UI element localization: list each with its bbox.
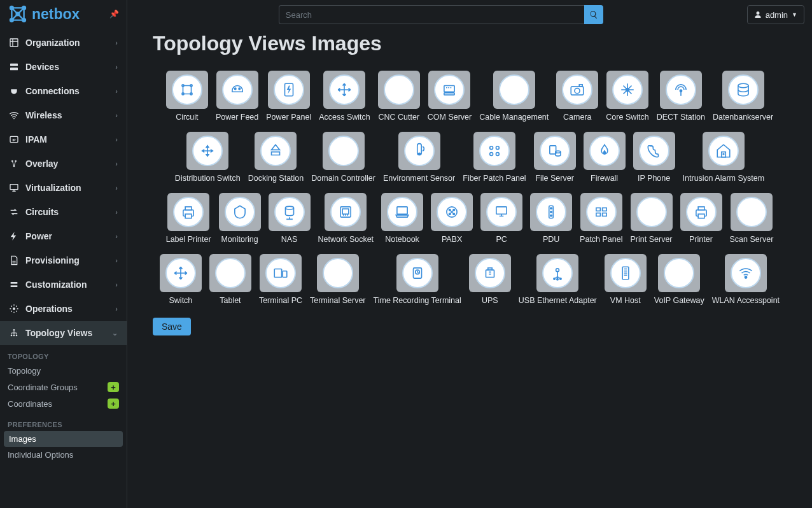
sidebar-item-customization[interactable]: Customization›	[0, 272, 127, 297]
tile-cnc-cutter[interactable]: CNC Cutter	[374, 71, 424, 122]
tile-wlan-accesspoint[interactable]: WLAN Accesspoint	[708, 254, 783, 305]
svg-point-40	[490, 152, 493, 155]
tile-com-server[interactable]: COM Server	[424, 71, 475, 122]
tile-cable-management[interactable]: Cable Management	[475, 71, 552, 122]
add-button[interactable]: +	[108, 382, 119, 392]
tile-intrusion-alarm-system[interactable]: Intrusion Alarm System	[679, 132, 769, 183]
tile-core-switch[interactable]: Core Switch	[602, 71, 652, 122]
sidebar-item-organization[interactable]: Organization›	[0, 31, 127, 55]
tile-datenbankserver[interactable]: Datenbankserver	[709, 71, 777, 122]
tile-pdu[interactable]: PDU	[526, 193, 576, 244]
tile-image	[325, 193, 367, 231]
sub-item-coordinates[interactable]: Coordinates+	[0, 395, 127, 412]
tile-environment-sensor[interactable]: Environment Sensor	[379, 132, 459, 183]
tile-firewall[interactable]: Firewall	[580, 132, 629, 183]
tile-domain-controller[interactable]: Domain Controller	[307, 132, 379, 183]
tile-image	[534, 132, 576, 170]
sidebar-item-overlay[interactable]: Overlay›	[0, 152, 127, 176]
tile-image	[255, 132, 297, 170]
tile-image	[431, 193, 473, 231]
tile-power-panel[interactable]: Power Panel	[262, 71, 315, 122]
device-icon	[192, 136, 223, 166]
tile-image	[167, 193, 209, 231]
logo[interactable]: netbox	[8, 4, 80, 24]
tile-pc[interactable]: PC	[477, 193, 526, 244]
pin-icon[interactable]: 📌	[109, 10, 119, 18]
device-icon	[173, 197, 204, 227]
sidebar-item-devices[interactable]: Devices›	[0, 55, 127, 79]
tile-label: Time Recording Terminal	[374, 296, 461, 305]
device-icon	[536, 197, 566, 227]
tile-usb-ethernet-adapter[interactable]: USB Ethernet Adapter	[515, 254, 601, 305]
tile-notebook[interactable]: Notebook	[377, 193, 427, 244]
tile-network-socket[interactable]: Network Socket	[314, 193, 378, 244]
search-icon	[589, 10, 598, 19]
sub-item-individual-options[interactable]: Individual Options	[0, 447, 127, 463]
tile-label: Terminal PC	[259, 296, 302, 305]
tile-label: PABX	[442, 235, 462, 244]
tile-circuit[interactable]: Circuit	[162, 71, 212, 122]
sidebar-item-power[interactable]: Power›	[0, 224, 127, 248]
tile-vm-host[interactable]: VM Host	[601, 254, 650, 305]
tile-time-recording-terminal[interactable]: Time Recording Terminal	[370, 254, 465, 305]
sidebar-item-topology-views[interactable]: Topology Views⌄	[0, 321, 127, 345]
tile-tablet[interactable]: Tablet	[206, 254, 255, 305]
preferences-items: ImagesIndividual Options	[0, 431, 127, 463]
sidebar-item-operations[interactable]: Operations›	[0, 297, 127, 321]
tile-patch-panel[interactable]: Patch Panel	[576, 193, 626, 244]
sub-item-topology[interactable]: Topology	[0, 363, 127, 379]
tile-label-printer[interactable]: Label Printer	[162, 193, 215, 244]
tile-fiber-patch-panel[interactable]: Fiber Patch Panel	[459, 132, 529, 183]
sidebar-item-connections[interactable]: Connections›	[0, 79, 127, 103]
device-icon	[274, 197, 305, 227]
tile-terminal-server[interactable]: Terminal Server	[306, 254, 370, 305]
tile-power-feed[interactable]: Power Feed	[212, 71, 262, 122]
swap-icon	[9, 207, 19, 217]
sidebar-item-wireless[interactable]: Wireless›	[0, 103, 127, 127]
tile-nas[interactable]: NAS	[265, 193, 314, 244]
chevron-right-icon: ›	[115, 111, 118, 119]
save-button[interactable]: Save	[153, 318, 191, 335]
tile-scan-server[interactable]: Scan Server	[726, 193, 778, 244]
svg-rect-65	[602, 208, 606, 211]
sub-item-images[interactable]: Images	[4, 431, 123, 447]
tile-ups[interactable]: UPS	[465, 254, 515, 305]
tile-voip-gateway[interactable]: VoIP Gateway	[650, 254, 708, 305]
add-button[interactable]: +	[108, 399, 119, 409]
tile-terminal-pc[interactable]: Terminal PC	[255, 254, 306, 305]
sidebar-item-ipam[interactable]: IPIPAM›	[0, 127, 127, 152]
svg-rect-66	[596, 213, 601, 216]
tile-row: Distribution SwitchDocking StationDomain…	[153, 132, 787, 183]
tile-monitoring[interactable]: Monitoring	[215, 193, 265, 244]
device-icon	[215, 258, 246, 288]
sidebar-item-circuits[interactable]: Circuits›	[0, 200, 127, 224]
tile-dect-station[interactable]: DECT Station	[653, 71, 709, 122]
chevron-right-icon: ›	[115, 232, 118, 240]
tile-file-server[interactable]: File Server	[530, 132, 580, 183]
nav-label: Topology Views	[25, 328, 92, 338]
monitor-icon	[9, 183, 19, 193]
sidebar-item-provisioning[interactable]: Provisioning›	[0, 248, 127, 272]
tile-docking-station[interactable]: Docking Station	[244, 132, 308, 183]
chevron-down-icon: ⌄	[112, 329, 118, 337]
sub-item-coordinate-groups[interactable]: Coordinate Groups+	[0, 379, 127, 395]
svg-point-61	[550, 208, 552, 209]
tile-distribution-switch[interactable]: Distribution Switch	[171, 132, 244, 183]
chevron-right-icon: ›	[115, 136, 118, 143]
tile-access-switch[interactable]: Access Switch	[315, 71, 374, 122]
nav-label: Circuits	[25, 207, 59, 217]
tile-switch[interactable]: Switch	[156, 254, 206, 305]
svg-point-79	[560, 278, 561, 279]
tile-pabx[interactable]: PABX	[427, 193, 477, 244]
user-menu[interactable]: admin ▼	[747, 5, 804, 24]
tile-print-server[interactable]: Print Server	[627, 193, 676, 244]
tile-label: Label Printer	[166, 235, 211, 244]
tile-camera[interactable]: Camera	[552, 71, 602, 122]
sidebar-item-virtualization[interactable]: Virtualization›	[0, 176, 127, 200]
search-button[interactable]	[584, 5, 603, 24]
svg-rect-30	[444, 93, 454, 95]
tile-ip-phone[interactable]: IP Phone	[629, 132, 679, 183]
device-icon	[731, 258, 761, 288]
search-input[interactable]	[279, 5, 584, 24]
tile-printer[interactable]: Printer	[676, 193, 726, 244]
